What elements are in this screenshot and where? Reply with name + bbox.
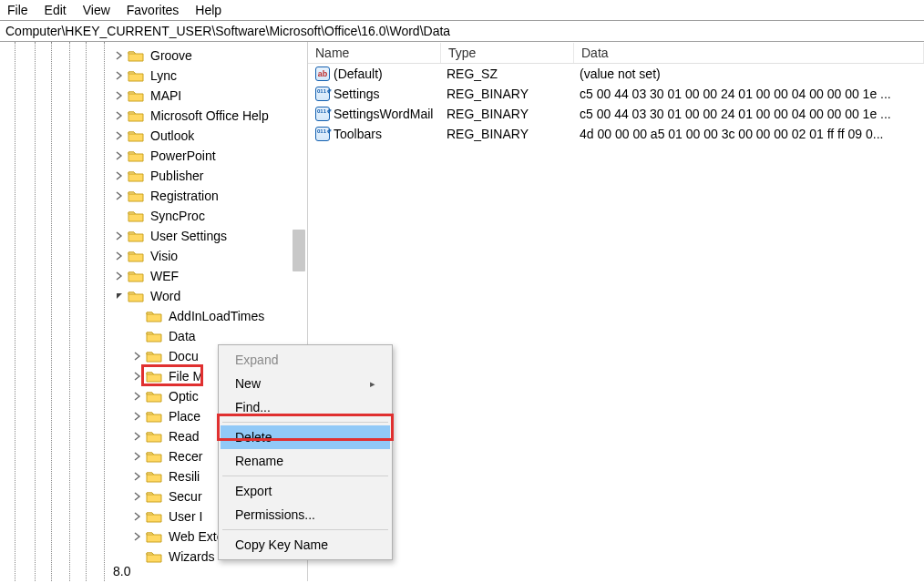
tree-item-label: Registration — [148, 188, 221, 204]
expand-collapse-icon[interactable] — [113, 171, 126, 180]
tree-item[interactable]: User Settings — [0, 226, 307, 246]
context-menu-item[interactable]: New▸ — [221, 372, 390, 395]
expand-collapse-icon[interactable] — [113, 51, 126, 60]
tree-item[interactable]: SyncProc — [0, 206, 307, 226]
value-type: REG_BINARY — [441, 87, 574, 101]
context-menu-item[interactable]: Find... — [221, 395, 390, 419]
tree-item[interactable]: WEF — [0, 266, 307, 286]
tree-item-label: Publisher — [148, 168, 206, 184]
expand-collapse-icon[interactable] — [113, 111, 126, 120]
tree-item[interactable]: AddInLoadTimes — [0, 306, 307, 326]
folder-icon — [128, 88, 144, 103]
expand-collapse-icon[interactable] — [131, 512, 144, 521]
tree-item[interactable]: Registration — [0, 186, 307, 206]
expand-collapse-icon[interactable] — [113, 251, 126, 261]
folder-icon — [128, 209, 144, 223]
tree-item-label: Data — [166, 328, 199, 344]
list-body: (Default)REG_SZ(value not set)SettingsRE… — [308, 64, 924, 144]
value-name: Settings — [334, 87, 380, 101]
list-row[interactable]: ToolbarsREG_BINARY4d 00 00 00 a5 01 00 0… — [308, 124, 924, 144]
list-row[interactable]: SettingsWordMailREG_BINARYc5 00 44 03 30… — [308, 104, 924, 124]
value-type: REG_SZ — [441, 66, 574, 81]
tree-item-label: Lync — [148, 67, 180, 84]
tree-item[interactable]: Data — [0, 326, 307, 346]
context-menu-label: Permissions... — [235, 507, 315, 522]
tree-item-label: PowerPoint — [148, 148, 219, 164]
folder-icon — [146, 469, 162, 484]
list-row[interactable]: SettingsREG_BINARYc5 00 44 03 30 01 00 0… — [308, 84, 924, 104]
value-type: REG_BINARY — [441, 127, 574, 141]
tree-item-label: AddInLoadTimes — [166, 308, 267, 324]
expand-collapse-icon[interactable] — [131, 452, 144, 461]
column-name[interactable]: Name — [308, 43, 441, 63]
menu-favorites[interactable]: Favorites — [127, 3, 180, 17]
expand-collapse-icon[interactable] — [113, 271, 126, 281]
expand-collapse-icon[interactable] — [131, 412, 144, 421]
context-menu-item[interactable]: Export — [221, 479, 390, 503]
tree-item[interactable]: Publisher — [0, 166, 307, 186]
value-data: (value not set) — [574, 66, 924, 81]
expand-collapse-icon[interactable] — [131, 372, 144, 381]
value-name: SettingsWordMail — [334, 107, 433, 121]
value-data: c5 00 44 03 30 01 00 00 24 01 00 00 04 0… — [574, 107, 924, 121]
tree-item-label: Resili — [166, 468, 202, 485]
tree-item[interactable]: Microsoft Office Help — [0, 106, 307, 126]
folder-icon — [146, 389, 162, 404]
value-icon — [313, 107, 332, 121]
tree-item[interactable]: Word — [0, 286, 307, 306]
tree-item-label: File M — [166, 368, 206, 384]
menu-help[interactable]: Help — [195, 3, 221, 17]
context-menu-item[interactable]: Rename — [221, 449, 390, 473]
folder-icon — [128, 48, 144, 63]
tree-scrollbar-thumb[interactable] — [293, 230, 305, 271]
tree-item[interactable]: Outlook — [0, 126, 307, 146]
tree-item[interactable]: PowerPoint — [0, 146, 307, 166]
tree-item[interactable]: Lync — [0, 66, 307, 86]
expand-collapse-icon[interactable] — [113, 191, 126, 200]
menu-edit[interactable]: Edit — [45, 3, 67, 17]
expand-collapse-icon[interactable] — [131, 352, 144, 361]
expand-collapse-icon[interactable] — [131, 392, 144, 401]
tree-item-label: MAPI — [148, 87, 184, 104]
context-menu-item[interactable]: Permissions... — [221, 503, 390, 527]
tree-item[interactable]: Groove — [0, 46, 307, 66]
tree-item-label: Groove — [148, 47, 195, 64]
tree-item[interactable]: Visio — [0, 246, 307, 266]
expand-collapse-icon[interactable] — [113, 292, 126, 301]
context-menu-label: New — [235, 376, 261, 391]
expand-collapse-icon[interactable] — [131, 432, 144, 441]
column-type[interactable]: Type — [441, 43, 574, 63]
value-icon — [313, 66, 332, 81]
tree-item-label: Docu — [166, 348, 201, 364]
folder-icon — [128, 189, 144, 203]
context-menu-label: Export — [235, 484, 272, 498]
tree-item[interactable]: MAPI — [0, 86, 307, 106]
list-row[interactable]: (Default)REG_SZ(value not set) — [308, 64, 924, 84]
expand-collapse-icon[interactable] — [113, 131, 126, 140]
folder-icon — [146, 509, 162, 524]
tree-item[interactable]: 8.0 — [113, 561, 130, 581]
context-menu-label: Copy Key Name — [235, 537, 328, 552]
expand-collapse-icon[interactable] — [131, 472, 144, 481]
context-menu-item[interactable]: Copy Key Name — [221, 533, 390, 557]
column-data[interactable]: Data — [574, 43, 924, 63]
menu-file[interactable]: File — [7, 3, 28, 17]
value-name: Toolbars — [334, 127, 382, 141]
context-menu-item[interactable]: Delete — [221, 425, 390, 449]
value-data: 4d 00 00 00 a5 01 00 00 3c 00 00 00 02 0… — [574, 127, 924, 141]
folder-icon — [146, 549, 162, 564]
folder-icon — [146, 329, 162, 343]
expand-collapse-icon[interactable] — [131, 492, 144, 501]
expand-collapse-icon[interactable] — [113, 231, 126, 240]
menu-view[interactable]: View — [83, 3, 110, 17]
tree-item-label: Recer — [166, 448, 205, 465]
expand-collapse-icon[interactable] — [113, 151, 126, 160]
expand-collapse-icon[interactable] — [113, 91, 126, 100]
value-name: (Default) — [334, 66, 383, 81]
address-bar[interactable]: Computer\HKEY_CURRENT_USER\Software\Micr… — [0, 20, 924, 42]
expand-collapse-icon[interactable] — [131, 532, 144, 541]
expand-collapse-icon[interactable] — [113, 71, 126, 80]
context-menu-label: Find... — [235, 400, 271, 414]
menu-separator — [222, 476, 388, 476]
folder-icon — [146, 449, 162, 464]
